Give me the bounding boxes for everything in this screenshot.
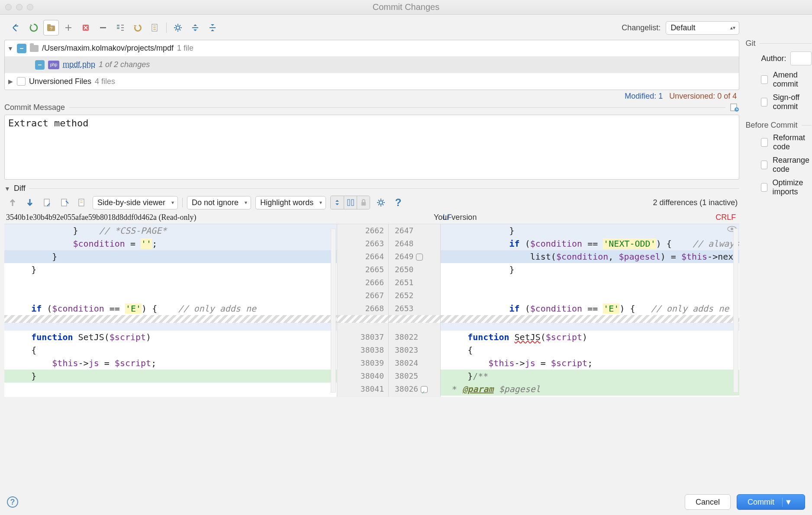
diff-label: Diff [14, 184, 26, 193]
right-eol-label: CRLF [715, 213, 736, 222]
compare-icon[interactable] [58, 196, 71, 209]
right-pane: Git Author: Amend commit Sign-off commit… [744, 15, 812, 489]
history-icon[interactable] [730, 103, 739, 112]
diff-left-gutter: 266226632664 266526662667 2668 380373803… [337, 224, 389, 397]
tree-label: Unversioned Files [29, 77, 91, 86]
commit-button[interactable]: Commit ▼ [737, 494, 805, 510]
titlebar: Commit Changes [0, 0, 812, 15]
include-change-marker-checked[interactable] [421, 386, 428, 393]
tree-count: 4 files [95, 77, 115, 86]
checkbox-partial-icon[interactable]: – [35, 60, 45, 70]
show-diff-icon[interactable] [9, 20, 24, 35]
diff-section-header: ▼ Diff [4, 184, 739, 193]
changelist-value: Default [670, 23, 695, 32]
help-icon[interactable]: ? [7, 496, 18, 508]
author-label: Author: [761, 54, 786, 63]
diff-viewer-select[interactable]: Side-by-side viewer▾ [93, 196, 178, 209]
reformat-label: Reformat code [773, 133, 812, 151]
collapse-all-icon[interactable] [205, 20, 220, 35]
scrollbar[interactable] [733, 229, 738, 393]
svg-rect-16 [351, 200, 354, 206]
svg-rect-13 [61, 199, 67, 206]
tree-file-name: mpdf.php [63, 60, 95, 69]
left-revision-label: 3540b1e30b4b92e055afae59b8018d8ddf0d462a… [6, 213, 196, 222]
amend-checkbox[interactable] [761, 75, 767, 84]
chevron-down-icon[interactable]: ▼ [7, 45, 13, 52]
rearrange-label: Rearrange code [773, 156, 812, 174]
add-icon[interactable] [61, 20, 76, 35]
svg-rect-9 [209, 27, 216, 28]
php-file-icon: php [48, 61, 59, 69]
svg-rect-4 [117, 25, 119, 26]
svg-rect-8 [192, 27, 198, 28]
remove-icon[interactable] [95, 20, 111, 35]
tree-file-count: 1 file [177, 44, 193, 53]
prev-diff-icon[interactable] [6, 196, 19, 209]
chevron-down-icon: ▾ [171, 200, 174, 206]
diff-right-code[interactable]: } if ($condition == 'NEXT-ODD') { // alw… [441, 224, 739, 397]
collapse-unchanged-icon[interactable] [331, 196, 344, 209]
optimize-label: Optimize imports [773, 178, 812, 196]
help-icon[interactable]: ? [392, 196, 405, 209]
rearrange-checkbox[interactable] [761, 161, 767, 169]
chevron-updown-icon: ▴▾ [730, 25, 735, 30]
commit-message-input[interactable]: Extract method [4, 115, 739, 180]
diff-toolbar: Side-by-side viewer▾ Do not ignore▾ High… [4, 194, 739, 212]
settings-icon[interactable] [170, 20, 186, 35]
svg-rect-15 [348, 200, 350, 206]
expand-all-icon[interactable] [187, 20, 203, 35]
sync-scroll-icon[interactable] [344, 196, 357, 209]
left-pane: ? Changelist: Default ▴▾ ▼ – /Users/ [0, 15, 744, 489]
group-by-directory-icon[interactable]: ? [43, 20, 59, 35]
optimize-checkbox[interactable] [761, 183, 767, 192]
delete-icon[interactable] [78, 20, 93, 35]
tree-path: /Users/maxim.kolmakov/projects/mpdf [42, 44, 174, 53]
cancel-button[interactable]: Cancel [685, 494, 731, 510]
move-to-changelist-icon[interactable] [113, 20, 128, 35]
edit-icon[interactable] [75, 196, 88, 209]
git-section-label: Git [745, 39, 755, 48]
vcs-status-summary: Modified: 1 Unversioned: 0 of 4 [4, 90, 739, 101]
svg-point-7 [176, 26, 180, 29]
before-commit-label: Before Commit [745, 121, 797, 130]
scrollbar[interactable] [331, 229, 336, 393]
include-change-marker[interactable] [416, 254, 423, 261]
changelist-select[interactable]: Default ▴▾ [666, 21, 739, 35]
chevron-right-icon[interactable]: ▶ [7, 78, 13, 85]
svg-point-18 [379, 201, 383, 204]
commit-message-label: Commit Message [4, 103, 65, 112]
diff-pane[interactable]: } // *CSS-PAGE* $condition = ''; } } if … [4, 224, 739, 397]
diff-ignore-select[interactable]: Do not ignore▾ [187, 196, 251, 209]
author-input[interactable] [790, 52, 812, 65]
svg-text:?: ? [50, 26, 52, 31]
chevron-down-icon[interactable]: ▼ [4, 185, 10, 192]
lock-icon[interactable] [357, 196, 370, 209]
diff-left-code[interactable]: } // *CSS-PAGE* $condition = ''; } } if … [4, 224, 337, 397]
diff-settings-icon[interactable] [374, 196, 387, 209]
revert-icon[interactable] [130, 20, 145, 35]
tree-row-unversioned[interactable]: ▶ Unversioned Files 4 files [5, 73, 739, 90]
diff-summary: 2 differences (1 inactive) [653, 198, 738, 207]
changed-files-tree[interactable]: ▼ – /Users/maxim.kolmakov/projects/mpdf … [4, 40, 739, 90]
tree-row-file[interactable]: – php mpdf.php 1 of 2 changes [5, 57, 739, 73]
commit-toolbar: ? Changelist: Default ▴▾ [4, 17, 739, 40]
diff-pane-header: 3540b1e30b4b92e055afae59b8018d8ddf0d462a… [4, 212, 739, 224]
right-revision-label: Your version [434, 213, 477, 222]
jump-to-source-icon[interactable] [41, 196, 54, 209]
commit-dropdown-icon[interactable]: ▼ [782, 498, 794, 507]
reformat-checkbox[interactable] [761, 138, 768, 147]
commit-message-header: Commit Message [4, 103, 739, 112]
chevron-down-icon: ▾ [319, 200, 322, 206]
signoff-label: Sign-off commit [773, 93, 812, 111]
refresh-icon[interactable] [26, 20, 42, 35]
tree-file-changes: 1 of 2 changes [99, 60, 150, 69]
next-diff-icon[interactable] [23, 196, 36, 209]
window-title: Commit Changes [0, 2, 812, 12]
folder-icon [30, 45, 39, 52]
tree-row-project[interactable]: ▼ – /Users/maxim.kolmakov/projects/mpdf … [5, 40, 739, 57]
signoff-checkbox[interactable] [761, 98, 767, 106]
new-changelist-icon[interactable] [147, 20, 163, 35]
diff-highlight-select[interactable]: Highlight words▾ [255, 196, 326, 209]
checkbox-partial-icon[interactable]: – [17, 44, 26, 53]
checkbox-unchecked[interactable] [17, 77, 26, 86]
